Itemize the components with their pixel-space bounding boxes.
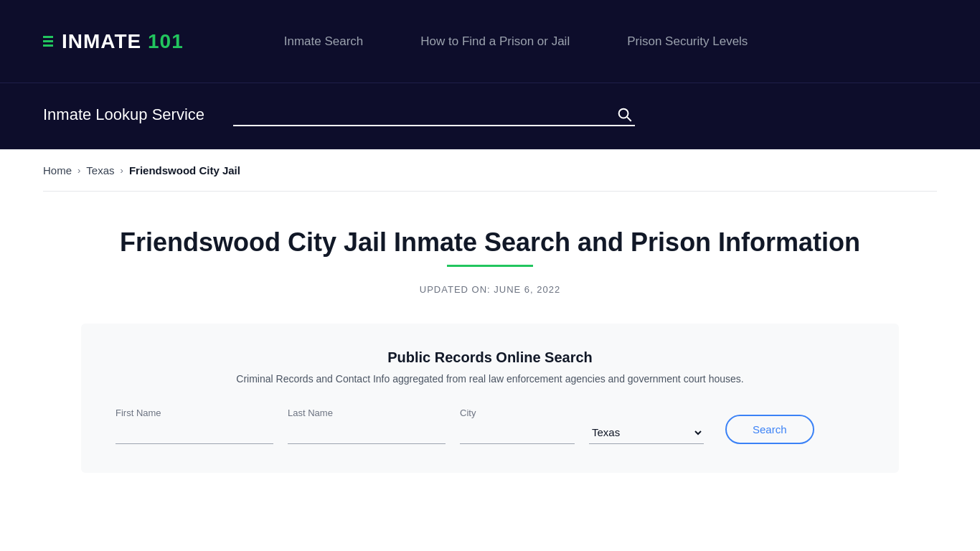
state-select[interactable]: AlabamaAlaskaArizonaArkansasCaliforniaCo… (589, 421, 704, 444)
page-title: Friendswood City Jail Inmate Search and … (43, 227, 937, 258)
search-section: Inmate Lookup Service (0, 83, 980, 149)
nav-how-to-find[interactable]: How to Find a Prison or Jail (420, 34, 570, 48)
title-underline (447, 265, 533, 267)
records-card: Public Records Online Search Criminal Re… (81, 324, 899, 473)
breadcrumb-state[interactable]: Texas (86, 164, 114, 176)
search-submit-button[interactable] (613, 103, 635, 125)
breadcrumb-chevron-2: › (121, 165, 123, 176)
nav-links: Inmate Search How to Find a Prison or Ja… (284, 34, 748, 49)
last-name-label: Last Name (288, 408, 446, 418)
last-name-field: Last Name (288, 408, 446, 444)
city-label: City (460, 408, 575, 418)
state-field: AlabamaAlaskaArizonaArkansasCaliforniaCo… (589, 417, 704, 444)
last-name-input[interactable] (288, 423, 446, 444)
first-name-input[interactable] (116, 423, 273, 444)
records-card-title: Public Records Online Search (116, 349, 864, 366)
breadcrumb-current-page: Friendswood City Jail (129, 164, 240, 176)
breadcrumb: Home › Texas › Friendswood City Jail (0, 150, 980, 191)
search-icon (616, 106, 632, 122)
logo-text: INMATE 101 (62, 30, 184, 53)
main-content: Friendswood City Jail Inmate Search and … (0, 192, 980, 501)
first-name-field: First Name (116, 408, 273, 444)
records-card-subtitle: Criminal Records and Contact Info aggreg… (116, 373, 864, 385)
nav-security-levels[interactable]: Prison Security Levels (627, 34, 748, 48)
search-input-wrapper (233, 103, 635, 126)
top-navigation: INMATE 101 Inmate Search How to Find a P… (0, 0, 980, 83)
search-section-title: Inmate Lookup Service (43, 105, 204, 124)
logo-icon (43, 36, 53, 47)
svg-line-1 (627, 117, 631, 121)
logo-link[interactable]: INMATE 101 (43, 30, 184, 53)
search-records-button[interactable]: Search (725, 415, 814, 444)
city-input[interactable] (460, 423, 575, 444)
updated-date: UPDATED ON: JUNE 6, 2022 (43, 284, 937, 295)
nav-inmate-search[interactable]: Inmate Search (284, 34, 364, 48)
breadcrumb-chevron-1: › (77, 165, 80, 176)
first-name-label: First Name (116, 408, 273, 418)
breadcrumb-home[interactable]: Home (43, 164, 72, 176)
records-form: First Name Last Name City AlabamaAlaskaA… (116, 408, 864, 444)
city-field: City (460, 408, 575, 444)
search-input[interactable] (233, 103, 613, 125)
